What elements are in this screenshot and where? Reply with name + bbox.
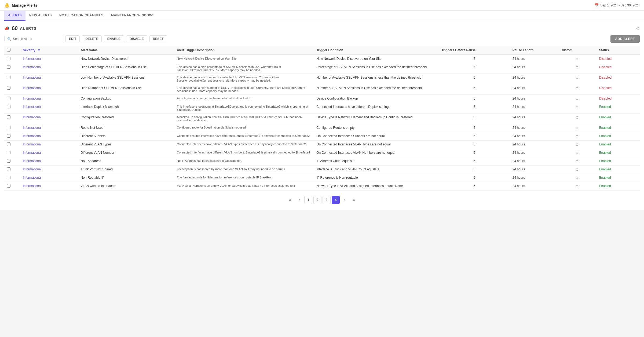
edit-button[interactable]: EDIT <box>65 35 80 42</box>
add-alert-button[interactable]: ADD ALERT <box>610 35 640 43</box>
row-checkbox-3[interactable] <box>7 86 10 90</box>
row-custom[interactable]: ⚙ <box>558 141 596 149</box>
col-custom[interactable]: Custom <box>558 46 596 55</box>
row-checkbox-cell[interactable] <box>4 182 20 191</box>
row-checkbox-1[interactable] <box>7 65 10 69</box>
row-custom[interactable]: ⚙ <box>558 63 596 74</box>
row-checkbox-cell[interactable] <box>4 132 20 141</box>
gear-icon[interactable]: ⚙ <box>575 184 579 188</box>
prev-page-button[interactable]: ‹ <box>295 196 303 204</box>
gear-icon[interactable]: ⚙ <box>575 115 579 120</box>
page-2-button[interactable]: 2 <box>313 196 321 204</box>
row-checkbox-7[interactable] <box>7 126 10 129</box>
col-severity[interactable]: Severity ▼ <box>20 46 78 55</box>
tab-new-alerts[interactable]: NEW ALERTS <box>25 11 56 21</box>
row-checkbox-0[interactable] <box>7 57 10 60</box>
row-custom[interactable]: ⚙ <box>558 182 596 191</box>
row-custom[interactable]: ⚙ <box>558 166 596 174</box>
row-checkbox-11[interactable] <box>7 159 10 163</box>
row-checkbox-cell[interactable] <box>4 84 20 95</box>
gear-icon[interactable]: ⚙ <box>575 105 579 109</box>
row-checkbox-cell[interactable] <box>4 63 20 74</box>
row-checkbox-14[interactable] <box>7 184 10 188</box>
row-custom[interactable]: ⚙ <box>558 84 596 95</box>
col-status[interactable]: Status <box>597 46 640 55</box>
severity-link[interactable]: Informational <box>23 76 41 79</box>
row-checkbox-2[interactable] <box>7 76 10 79</box>
tab-alerts[interactable]: ALERTS <box>4 11 25 21</box>
row-checkbox-cell[interactable] <box>4 166 20 174</box>
gear-icon[interactable]: ⚙ <box>575 167 579 172</box>
severity-link[interactable]: Informational <box>23 126 41 130</box>
row-custom[interactable]: ⚙ <box>558 157 596 166</box>
row-checkbox-cell[interactable] <box>4 95 20 103</box>
row-custom[interactable]: ⚙ <box>558 74 596 84</box>
page-3-button[interactable]: 3 <box>323 196 331 204</box>
gear-icon[interactable]: ⚙ <box>575 151 579 155</box>
col-alert-name[interactable]: Alert Name <box>78 46 174 55</box>
gear-icon[interactable]: ⚙ <box>575 176 579 180</box>
row-checkbox-9[interactable] <box>7 142 10 146</box>
col-description[interactable]: Alert Trigger Description <box>174 46 314 55</box>
enable-button[interactable]: ENABLE <box>104 35 124 42</box>
severity-link[interactable]: Informational <box>23 115 41 119</box>
row-checkbox-4[interactable] <box>7 97 10 100</box>
severity-link[interactable]: Informational <box>23 167 41 171</box>
row-custom[interactable]: ⚙ <box>558 132 596 141</box>
delete-button[interactable]: DELETE <box>82 35 101 42</box>
col-before-pause[interactable]: Triggers Before Pause <box>439 46 510 55</box>
gear-icon[interactable]: ⚙ <box>575 134 579 138</box>
severity-link[interactable]: Informational <box>23 97 41 100</box>
row-checkbox-cell[interactable] <box>4 103 20 113</box>
severity-link[interactable]: Informational <box>23 86 41 90</box>
row-checkbox-6[interactable] <box>7 115 10 119</box>
row-custom[interactable]: ⚙ <box>558 149 596 157</box>
gear-icon[interactable]: ⚙ <box>575 57 579 61</box>
row-custom[interactable]: ⚙ <box>558 95 596 103</box>
row-custom[interactable]: ⚙ <box>558 55 596 63</box>
tab-maintenance-windows[interactable]: MAINTENANCE WINDOWS <box>107 11 158 21</box>
disable-button[interactable]: DISABLE <box>126 35 147 42</box>
page-4-button[interactable]: 4 <box>332 196 340 204</box>
row-custom[interactable]: ⚙ <box>558 103 596 113</box>
row-checkbox-cell[interactable] <box>4 74 20 84</box>
row-checkbox-5[interactable] <box>7 105 10 108</box>
severity-link[interactable]: Informational <box>23 151 41 155</box>
row-checkbox-cell[interactable] <box>4 113 20 124</box>
search-input[interactable] <box>13 37 60 41</box>
select-all-checkbox[interactable] <box>7 48 10 52</box>
gear-icon[interactable]: ⚙ <box>575 126 579 130</box>
select-all-header[interactable] <box>4 46 20 55</box>
row-checkbox-cell[interactable] <box>4 124 20 132</box>
severity-link[interactable]: Informational <box>23 159 41 163</box>
row-checkbox-12[interactable] <box>7 167 10 171</box>
severity-link[interactable]: Informational <box>23 184 41 188</box>
reset-button[interactable]: RESET <box>149 35 167 42</box>
row-custom[interactable]: ⚙ <box>558 113 596 124</box>
col-pause-length[interactable]: Pause Length <box>510 46 558 55</box>
row-checkbox-13[interactable] <box>7 176 10 179</box>
row-checkbox-cell[interactable] <box>4 141 20 149</box>
severity-link[interactable]: Informational <box>23 134 41 138</box>
settings-icon[interactable]: ⚙ <box>636 26 640 31</box>
gear-icon[interactable]: ⚙ <box>575 76 579 80</box>
severity-link[interactable]: Informational <box>23 176 41 180</box>
row-checkbox-cell[interactable] <box>4 174 20 182</box>
last-page-button[interactable]: » <box>350 196 358 204</box>
gear-icon[interactable]: ⚙ <box>575 142 579 147</box>
severity-link[interactable]: Informational <box>23 105 41 109</box>
gear-icon[interactable]: ⚙ <box>575 86 579 90</box>
gear-icon[interactable]: ⚙ <box>575 65 579 69</box>
row-checkbox-10[interactable] <box>7 151 10 154</box>
first-page-button[interactable]: « <box>286 196 294 204</box>
row-custom[interactable]: ⚙ <box>558 124 596 132</box>
row-checkbox-cell[interactable] <box>4 55 20 63</box>
row-custom[interactable]: ⚙ <box>558 174 596 182</box>
tab-notification-channels[interactable]: NOTIFICATION CHANNELS <box>56 11 107 21</box>
severity-link[interactable]: Informational <box>23 65 41 69</box>
gear-icon[interactable]: ⚙ <box>575 159 579 163</box>
page-1-button[interactable]: 1 <box>304 196 312 204</box>
row-checkbox-cell[interactable] <box>4 157 20 166</box>
next-page-button[interactable]: › <box>341 196 349 204</box>
row-checkbox-8[interactable] <box>7 134 10 138</box>
